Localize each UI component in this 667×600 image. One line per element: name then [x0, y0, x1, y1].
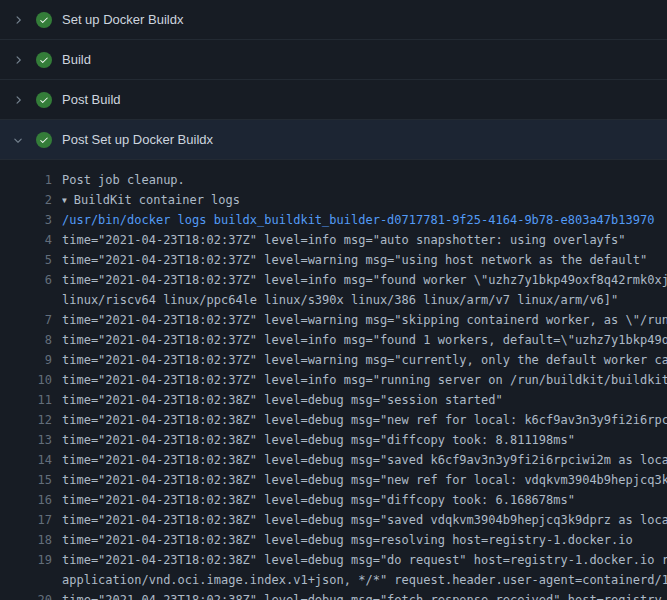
group-caret-icon[interactable]: ▼ [62, 191, 67, 210]
log-line: 16 time="2021-04-23T18:02:38Z" level=deb… [0, 490, 667, 510]
log-line-number[interactable]: 2 [0, 190, 52, 210]
success-check-icon [36, 92, 52, 108]
log-line-text: time="2021-04-23T18:02:37Z" level=info m… [62, 330, 667, 350]
chevron-icon [12, 14, 24, 26]
log-line-text: time="2021-04-23T18:02:37Z" level=warnin… [62, 350, 667, 370]
steps-list: Set up Docker Buildx Build Post Build [0, 0, 667, 160]
chevron-icon [12, 134, 24, 146]
log-line-text: time="2021-04-23T18:02:37Z" level=info m… [62, 370, 667, 390]
success-check-icon [36, 52, 52, 68]
log-line-number[interactable]: 14 [0, 450, 52, 470]
log-line-number[interactable]: 19 [0, 550, 52, 570]
log-line: 1 Post job cleanup. [0, 170, 667, 190]
log-line-number[interactable]: 3 [0, 210, 52, 230]
log-line-number[interactable]: 4 [0, 230, 52, 250]
log-line: 13 time="2021-04-23T18:02:38Z" level=deb… [0, 430, 667, 450]
log-line-number[interactable] [0, 290, 52, 310]
log-line: 9 time="2021-04-23T18:02:37Z" level=warn… [0, 350, 667, 370]
log-line: 18 time="2021-04-23T18:02:38Z" level=deb… [0, 530, 667, 550]
log-line-text: time="2021-04-23T18:02:38Z" level=debug … [62, 590, 667, 600]
log-line: 11 time="2021-04-23T18:02:38Z" level=deb… [0, 390, 667, 410]
log-line-number[interactable]: 9 [0, 350, 52, 370]
log-group-toggle[interactable]: ▼BuildKit container logs [62, 190, 667, 210]
log-line-number[interactable]: 1 [0, 170, 52, 190]
log-line: 6 time="2021-04-23T18:02:37Z" level=info… [0, 270, 667, 290]
log-line: 20 time="2021-04-23T18:02:38Z" level=deb… [0, 590, 667, 600]
log-line-text: time="2021-04-23T18:02:38Z" level=debug … [62, 410, 667, 430]
log-line: 8 time="2021-04-23T18:02:37Z" level=info… [0, 330, 667, 350]
log-line-number[interactable]: 20 [0, 590, 52, 600]
step-label: Set up Docker Buildx [62, 12, 183, 27]
step-label: Post Set up Docker Buildx [62, 132, 213, 147]
log-line: 17 time="2021-04-23T18:02:38Z" level=deb… [0, 510, 667, 530]
log-line-text: time="2021-04-23T18:02:37Z" level=warnin… [62, 250, 667, 270]
step-row-build[interactable]: Build [0, 40, 667, 80]
success-check-icon [36, 12, 52, 28]
success-check-icon [36, 132, 52, 148]
log-line-text: time="2021-04-23T18:02:37Z" level=info m… [62, 230, 667, 250]
log-line-text: time="2021-04-23T18:02:38Z" level=debug … [62, 510, 667, 530]
log-line-text: Post job cleanup. [62, 170, 667, 190]
log-line-text: linux/riscv64 linux/ppc64le linux/s390x … [62, 290, 667, 310]
actions-log-viewer: Set up Docker Buildx Build Post Build [0, 0, 667, 600]
log-line: 3 /usr/bin/docker logs buildx_buildkit_b… [0, 210, 667, 230]
log-line-number[interactable]: 18 [0, 530, 52, 550]
log-line-number[interactable]: 8 [0, 330, 52, 350]
log-line: linux/riscv64 linux/ppc64le linux/s390x … [0, 290, 667, 310]
log-line: 10 time="2021-04-23T18:02:37Z" level=inf… [0, 370, 667, 390]
log-line-number[interactable]: 5 [0, 250, 52, 270]
log-line: 14 time="2021-04-23T18:02:38Z" level=deb… [0, 450, 667, 470]
log-line: 19 time="2021-04-23T18:02:38Z" level=deb… [0, 550, 667, 570]
log-line-number[interactable]: 10 [0, 370, 52, 390]
log-line-text: time="2021-04-23T18:02:37Z" level=warnin… [62, 310, 667, 330]
log-line-number[interactable]: 16 [0, 490, 52, 510]
log-line: 4 time="2021-04-23T18:02:37Z" level=info… [0, 230, 667, 250]
step-row-set-up-docker-buildx[interactable]: Set up Docker Buildx [0, 0, 667, 40]
log-line: application/vnd.oci.image.index.v1+json,… [0, 570, 667, 590]
log-line: 7 time="2021-04-23T18:02:37Z" level=warn… [0, 310, 667, 330]
log-line-text: time="2021-04-23T18:02:38Z" level=debug … [62, 530, 667, 550]
log-line-text: time="2021-04-23T18:02:38Z" level=debug … [62, 430, 667, 450]
log-line-text: /usr/bin/docker logs buildx_buildkit_bui… [62, 210, 667, 230]
step-row-post-build[interactable]: Post Build [0, 80, 667, 120]
log-line-number[interactable]: 12 [0, 410, 52, 430]
log-line: 2 ▼BuildKit container logs [0, 190, 667, 210]
chevron-icon [12, 54, 24, 66]
log-line-number[interactable]: 11 [0, 390, 52, 410]
log-line-text: time="2021-04-23T18:02:38Z" level=debug … [62, 550, 667, 570]
log-area: 1 Post job cleanup. 2 ▼BuildKit containe… [0, 160, 667, 600]
step-row-post-set-up-docker-buildx[interactable]: Post Set up Docker Buildx [0, 120, 667, 160]
log-line-number[interactable]: 17 [0, 510, 52, 530]
log-line: 5 time="2021-04-23T18:02:37Z" level=warn… [0, 250, 667, 270]
step-label: Build [62, 52, 91, 67]
log-line-number[interactable]: 6 [0, 270, 52, 290]
log-line-text: application/vnd.oci.image.index.v1+json,… [62, 570, 667, 590]
log-line-text: time="2021-04-23T18:02:38Z" level=debug … [62, 470, 667, 490]
log-line-number[interactable] [0, 570, 52, 590]
log-line-number[interactable]: 7 [0, 310, 52, 330]
log-line-text: time="2021-04-23T18:02:38Z" level=debug … [62, 490, 667, 510]
chevron-icon [12, 94, 24, 106]
log-line-text: time="2021-04-23T18:02:38Z" level=debug … [62, 450, 667, 470]
log-line-number[interactable]: 13 [0, 430, 52, 450]
log-line: 15 time="2021-04-23T18:02:38Z" level=deb… [0, 470, 667, 490]
log-line-number[interactable]: 15 [0, 470, 52, 490]
log-line-text: time="2021-04-23T18:02:37Z" level=info m… [62, 270, 667, 290]
log-line-text: time="2021-04-23T18:02:38Z" level=debug … [62, 390, 667, 410]
step-label: Post Build [62, 92, 121, 107]
log-line: 12 time="2021-04-23T18:02:38Z" level=deb… [0, 410, 667, 430]
